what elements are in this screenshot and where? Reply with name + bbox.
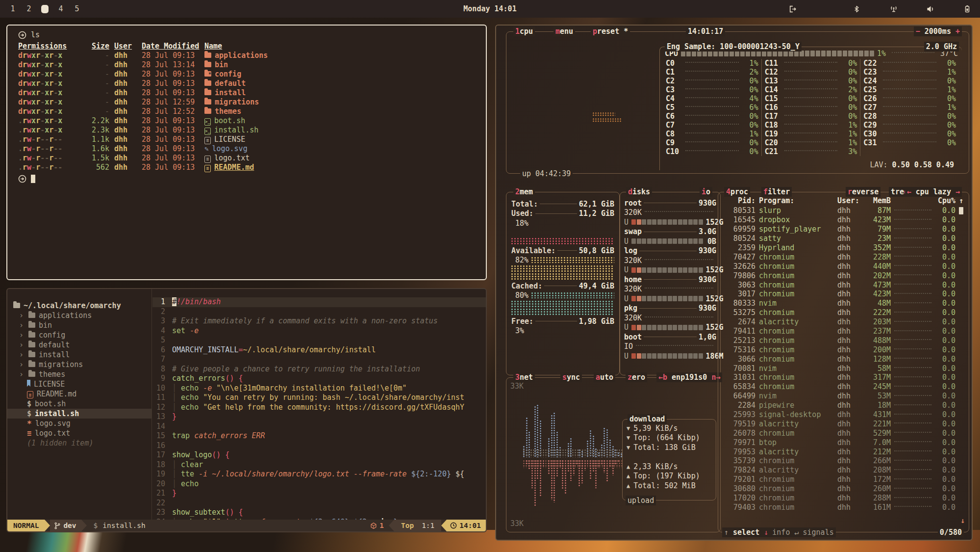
tree-item-install.sh[interactable]: $install.sh [7, 409, 151, 419]
process-row[interactable]: 79824alacrittydhh208M0.0 [718, 466, 969, 475]
core-usage: 0% [939, 121, 956, 130]
tree-item---.local-share-omarchy[interactable]: ~/.local/share/omarchy [7, 301, 151, 311]
tree-item--1-hidden-item-[interactable]: (1 hidden item) [7, 438, 151, 448]
editor-window[interactable]: ~/.local/share/omarchy›applications›bin›… [6, 288, 487, 532]
tree-item-logo.svg[interactable]: *logo.svg [7, 419, 151, 428]
download-top: Top: (664 Kibp) [633, 433, 700, 442]
process-name: alacritty [759, 466, 834, 474]
interval-control[interactable]: − 2000ms + [914, 26, 962, 36]
btop-window[interactable]: 1cpu menu preset * 14:01:17 − 2000ms + E… [495, 25, 973, 541]
tree-item-LICENSE[interactable]: LICENSE [7, 379, 151, 389]
process-row[interactable]: 2674alacrittydhh203M0.0 [718, 317, 969, 327]
proc-box-title[interactable]: 4proc [724, 187, 750, 197]
scroll-down-icon[interactable]: ↓ [960, 516, 965, 525]
tree-item-default[interactable]: ›default [7, 340, 151, 350]
process-row[interactable]: 3017chromiumdhh423M0.0 [718, 289, 969, 299]
info-key[interactable]: info ↵ [772, 527, 799, 537]
tree-item-logo.txt[interactable]: ≡logo.txt [7, 428, 151, 438]
battery-icon[interactable] [962, 4, 972, 14]
process-row[interactable]: 79201chromiumdhh172M0.0 [718, 475, 969, 484]
process-row[interactable]: 79411chromiumdhh237M0.0 [718, 327, 969, 336]
code-pane[interactable]: 1#!/bin/bash23# Exit immediately if a co… [152, 289, 486, 520]
io-toggle[interactable]: io [700, 187, 712, 197]
process-row[interactable]: 2284pipewiredhh18M0.0 [718, 401, 969, 410]
process-row[interactable]: 32626chromiumdhh440M0.0 [718, 262, 969, 271]
process-row[interactable]: 80524sattydhh23M0.0 [718, 234, 969, 243]
process-user: dhh [837, 234, 859, 243]
scrollbar-thumb[interactable] [959, 207, 963, 214]
process-row[interactable]: 3066chromiumdhh128M0.0 [718, 354, 969, 364]
process-row[interactable]: 65834chromiumdhh245M0.0 [718, 382, 969, 392]
process-row[interactable]: 80333nvimdhh48M0.0 [718, 299, 969, 308]
sort-column-switcher[interactable]: ← cpu lazy → [905, 187, 962, 197]
mem-label: Free: [511, 317, 533, 326]
sync-toggle[interactable]: sync [560, 372, 582, 382]
process-row[interactable]: 79403chromiumdhh161M0.0 [718, 503, 969, 512]
process-row[interactable]: 79806chromiumdhh202M0.0 [718, 271, 969, 280]
mem-box-title[interactable]: 2mem [513, 187, 535, 197]
bar-block [699, 238, 703, 244]
logout-icon[interactable] [787, 4, 798, 14]
process-row[interactable]: 2359Hyprlanddhh352M0.0 [718, 243, 969, 253]
process-row[interactable]: 31031chromiumdhh317M0.0 [718, 373, 969, 382]
core-name: C3 [666, 85, 682, 94]
process-cpu-graph [894, 497, 931, 498]
disk-row: 320K [620, 285, 720, 294]
process-row[interactable]: 75316chromiumdhh200M0.0 [718, 345, 969, 354]
network-icon[interactable] [888, 4, 899, 14]
interface-switcher[interactable]: ←b enp191s0 n→ [656, 372, 722, 382]
process-row[interactable]: 80531slurpdhh87M0.0 [718, 206, 969, 215]
disk-size: 930G [699, 199, 716, 208]
process-row[interactable]: 79519alacrittydhh221M0.0 [718, 419, 969, 428]
process-row[interactable]: 16545dropboxdhh423M0.0 [718, 215, 969, 225]
process-row[interactable]: 70081nvimdhh58M0.0 [718, 364, 969, 373]
process-row[interactable]: 53275chromiumdhh222M0.0 [718, 308, 969, 317]
preset-button[interactable]: preset * [591, 26, 630, 36]
bar-block [652, 219, 656, 225]
process-row[interactable]: 17020chromiumdhh288M0.0 [718, 494, 969, 503]
process-row[interactable]: 70427chromiumdhh228M0.0 [718, 252, 969, 262]
bar-block [683, 238, 687, 244]
process-row[interactable]: 25213chromiumdhh488M0.0 [718, 336, 969, 345]
process-row[interactable]: 79971btopdhh7.0M0.0 [718, 438, 969, 447]
process-row[interactable]: 30680chromiumdhh260M0.0 [718, 484, 969, 494]
process-row[interactable]: 69959spotify_playerdhh79M0.0 [718, 225, 969, 234]
tree-item-label: logo.svg [35, 419, 71, 428]
menu-button[interactable]: menu [553, 26, 575, 36]
signals-key[interactable]: signals [803, 527, 834, 537]
process-row[interactable]: 66499nvimdhh53M0.0 [718, 392, 969, 401]
cpu-clock: 14:01:17 [686, 26, 725, 36]
terminal-window[interactable]: ls Permissions Size User Date Modified N… [6, 25, 487, 280]
tree-item-themes[interactable]: ›themes [7, 369, 151, 379]
process-row[interactable]: 35739chromiumdhh266M0.0 [718, 456, 969, 466]
core-name: C10 [666, 147, 682, 156]
process-row[interactable]: 3063chromiumdhh473M0.0 [718, 280, 969, 289]
sort-direction-icon[interactable]: ↑ [959, 196, 966, 205]
scrollbar-thumb [959, 337, 963, 344]
tree-item-applications[interactable]: ›applications [7, 311, 151, 320]
process-row[interactable]: 79953alacrittydhh212M0.0 [718, 447, 969, 456]
tree-item-boot.sh[interactable]: $boot.sh [7, 399, 151, 409]
tree-item-config[interactable]: ›config [7, 330, 151, 340]
zero-toggle[interactable]: zero [626, 372, 647, 382]
auto-toggle[interactable]: auto [594, 372, 615, 382]
tree-item-install[interactable]: ›install [7, 350, 151, 360]
cpu-box-title[interactable]: 1cpu [513, 26, 535, 36]
process-mem: 208M [862, 466, 891, 474]
file-icon-folder [204, 60, 211, 70]
disks-box-title[interactable]: disks [626, 187, 652, 197]
volume-icon[interactable] [925, 4, 935, 14]
tree-item-bin[interactable]: ›bin [7, 320, 151, 330]
bluetooth-icon[interactable] [852, 4, 862, 14]
process-name: chromium [759, 345, 834, 354]
process-row[interactable]: 25993signal-desktopdhh431M0.0 [718, 410, 969, 420]
tree-item-README.md[interactable]: ≡README.md [7, 389, 151, 399]
tree-item-label: logo.txt [35, 429, 70, 438]
reverse-toggle[interactable]: reverse [846, 187, 880, 197]
net-box-title[interactable]: 3net [513, 372, 535, 382]
tree-item-migrations[interactable]: ›migrations [7, 360, 151, 369]
filter-button[interactable]: filter [761, 187, 792, 197]
process-row[interactable]: 26078chromiumdhh529M0.0 [718, 428, 969, 438]
used-label: U [624, 323, 628, 332]
net-scale-bottom: 33K [510, 519, 524, 528]
